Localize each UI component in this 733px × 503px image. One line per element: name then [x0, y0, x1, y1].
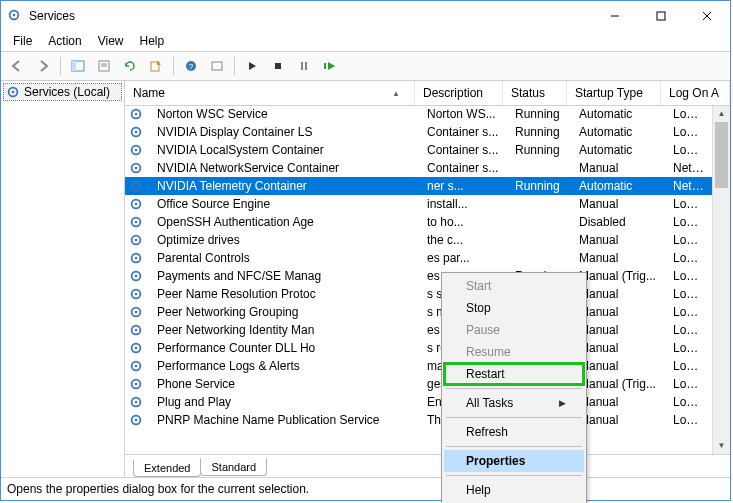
cell-logon: Network — [665, 179, 712, 193]
link-icon[interactable] — [205, 54, 229, 78]
ctx-start[interactable]: Start — [444, 275, 584, 297]
cell-logon: Local Ser — [665, 377, 712, 391]
close-button[interactable] — [684, 1, 730, 31]
scroll-down-icon[interactable]: ▼ — [713, 437, 730, 454]
cell-description: Container s... — [419, 161, 507, 175]
gear-icon — [125, 305, 149, 319]
service-row[interactable]: NVIDIA Display Container LSContainer s..… — [125, 123, 712, 141]
service-row[interactable]: Performance Logs & Alertsmanc...ManualLo… — [125, 357, 712, 375]
refresh-icon[interactable] — [118, 54, 142, 78]
col-name[interactable]: Name▲ — [125, 81, 415, 105]
service-row[interactable]: NVIDIA NetworkService ContainerContainer… — [125, 159, 712, 177]
svg-rect-3 — [657, 12, 665, 20]
cell-name: Optimize drives — [149, 233, 419, 247]
service-row[interactable]: Phone Serviceges th...Manual (Trig...Loc… — [125, 375, 712, 393]
detail-pane-icon[interactable] — [66, 54, 90, 78]
col-description[interactable]: Description — [415, 81, 503, 105]
service-row[interactable]: OpenSSH Authentication Ageto ho...Disabl… — [125, 213, 712, 231]
menubar: File Action View Help — [1, 31, 730, 52]
scroll-track[interactable] — [713, 122, 730, 437]
ctx-refresh[interactable]: Refresh — [444, 421, 584, 443]
ctx-restart[interactable]: Restart — [444, 363, 584, 385]
cell-logon: Local Sys — [665, 107, 712, 121]
ctx-pause[interactable]: Pause — [444, 319, 584, 341]
gear-icon — [125, 143, 149, 157]
restart-icon[interactable] — [318, 54, 342, 78]
maximize-button[interactable] — [638, 1, 684, 31]
cell-name: Plug and Play — [149, 395, 419, 409]
titlebar: Services — [1, 1, 730, 31]
col-startup[interactable]: Startup Type — [567, 81, 661, 105]
cell-name: NVIDIA Telemetry Container — [149, 179, 419, 193]
menu-view[interactable]: View — [90, 32, 132, 50]
svg-point-40 — [135, 275, 138, 278]
service-row[interactable]: Office Source Engineinstall...ManualLoca… — [125, 195, 712, 213]
services-icon — [7, 8, 23, 24]
service-row[interactable]: NVIDIA Telemetry Containerner s...Runnin… — [125, 177, 712, 195]
toolbar: ? — [1, 52, 730, 81]
tree-root-services-local[interactable]: Services (Local) — [3, 83, 122, 101]
service-row[interactable]: Optimize drivesthe c...ManualLocal Sys — [125, 231, 712, 249]
cell-name: Performance Counter DLL Ho — [149, 341, 419, 355]
cell-name: Norton WSC Service — [149, 107, 419, 121]
service-row[interactable]: Peer Name Resolution Protocs serv...Manu… — [125, 285, 712, 303]
tree-root-label: Services (Local) — [24, 85, 110, 99]
menu-file[interactable]: File — [5, 32, 40, 50]
service-row[interactable]: Norton WSC ServiceNorton WS...RunningAut… — [125, 105, 712, 123]
menu-help[interactable]: Help — [132, 32, 173, 50]
tab-standard[interactable]: Standard — [200, 458, 267, 476]
tab-extended[interactable]: Extended — [133, 460, 201, 477]
col-logon[interactable]: Log On A — [661, 81, 730, 105]
svg-point-32 — [135, 203, 138, 206]
stop-icon[interactable] — [266, 54, 290, 78]
properties-icon[interactable] — [92, 54, 116, 78]
back-icon[interactable] — [5, 54, 29, 78]
play-icon[interactable] — [240, 54, 264, 78]
gear-icon — [125, 251, 149, 265]
ctx-properties[interactable]: Properties — [444, 450, 584, 472]
cell-name: PNRP Machine Name Publication Service — [149, 413, 419, 427]
service-row[interactable]: Parental Controlses par...ManualLocal Sy… — [125, 249, 712, 267]
help-icon[interactable]: ? — [179, 54, 203, 78]
scroll-up-icon[interactable]: ▲ — [713, 105, 730, 122]
menu-action[interactable]: Action — [40, 32, 89, 50]
cell-name: Office Source Engine — [149, 197, 419, 211]
cell-logon: Local Sys — [665, 125, 712, 139]
vertical-scrollbar[interactable]: ▲ ▼ — [712, 105, 730, 454]
ctx-stop[interactable]: Stop — [444, 297, 584, 319]
col-status[interactable]: Status — [503, 81, 567, 105]
cell-description: the c... — [419, 233, 507, 247]
columns-header: Name▲ Description Status Startup Type Lo… — [125, 81, 730, 106]
export-icon[interactable] — [144, 54, 168, 78]
ctx-all-tasks[interactable]: All Tasks▶ — [444, 392, 584, 414]
svg-point-54 — [135, 401, 138, 404]
ctx-resume[interactable]: Resume — [444, 341, 584, 363]
svg-point-38 — [135, 257, 138, 260]
service-row[interactable]: PNRP Machine Name Publication ServiceThi… — [125, 411, 712, 429]
gear-icon — [125, 215, 149, 229]
forward-icon[interactable] — [31, 54, 55, 78]
gear-icon — [125, 197, 149, 211]
service-row[interactable]: Plug and PlayEnables a co...RunningManua… — [125, 393, 712, 411]
service-row[interactable]: Performance Counter DLL Hos rem...Manual… — [125, 339, 712, 357]
cell-description: Container s... — [419, 143, 507, 157]
service-row[interactable]: NVIDIA LocalSystem ContainerContainer s.… — [125, 141, 712, 159]
ctx-help[interactable]: Help — [444, 479, 584, 501]
service-row[interactable]: Payments and NFC/SE Manages pa...Running… — [125, 267, 712, 285]
scroll-thumb[interactable] — [715, 122, 728, 188]
cell-status: Running — [507, 143, 571, 157]
pause-icon[interactable] — [292, 54, 316, 78]
gear-icon — [125, 125, 149, 139]
cell-logon: Local Sys — [665, 197, 712, 211]
cell-name: Peer Networking Grouping — [149, 305, 419, 319]
service-row[interactable]: Peer Networking Groupings mul...ManualLo… — [125, 303, 712, 321]
ctx-separator — [446, 446, 582, 447]
cell-name: Performance Logs & Alerts — [149, 359, 419, 373]
svg-point-20 — [12, 91, 15, 94]
service-row[interactable]: Peer Networking Identity Manes ide...Man… — [125, 321, 712, 339]
minimize-button[interactable] — [592, 1, 638, 31]
cell-logon: Local Ser — [665, 305, 712, 319]
cell-startup: Automatic — [571, 143, 665, 157]
cell-description: Container s... — [419, 125, 507, 139]
cell-logon: Local Sys — [665, 395, 712, 409]
